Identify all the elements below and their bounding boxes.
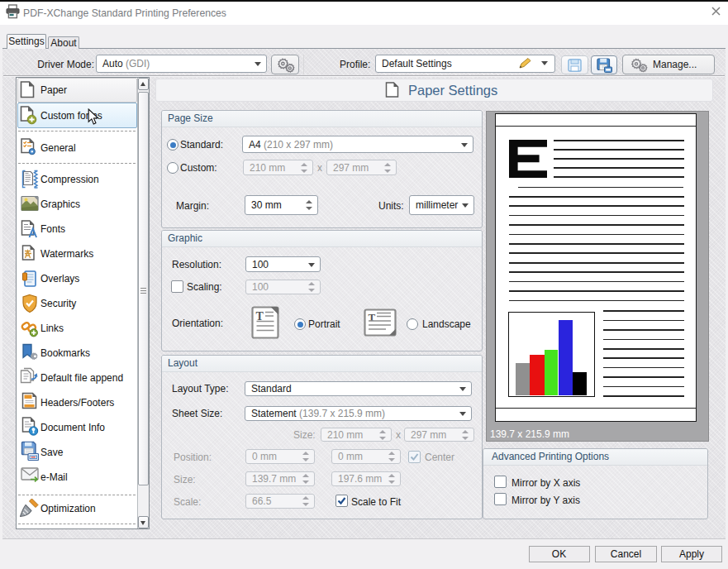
svg-text:T: T — [256, 310, 264, 323]
